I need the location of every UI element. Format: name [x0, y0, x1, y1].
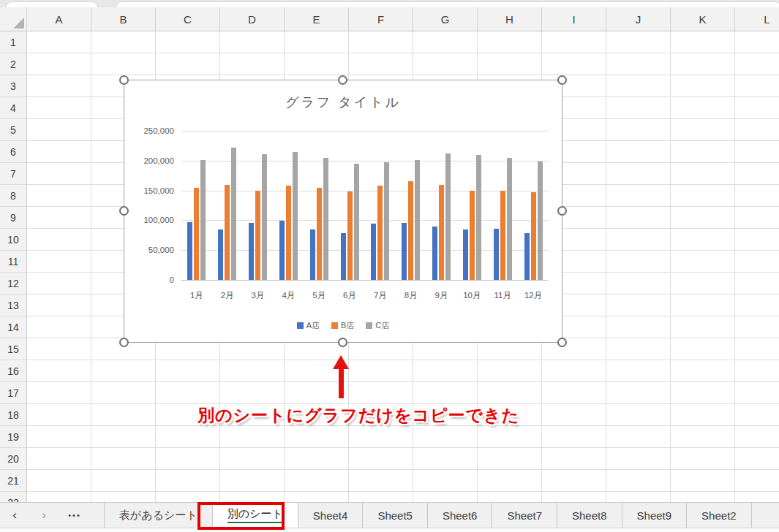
bar-group-4月 [273, 131, 304, 280]
bar-B店 [531, 192, 536, 280]
row-header-13[interactable]: 13 [0, 294, 26, 316]
legend-label: C店 [375, 320, 389, 331]
chart-legend: A店B店C店 [124, 320, 562, 331]
bar-A店 [249, 223, 254, 280]
sheet-tab-Sheet2[interactable]: Sheet2 [687, 503, 752, 528]
bar-B店 [225, 185, 230, 280]
row-header-9[interactable]: 9 [0, 207, 26, 229]
select-all-button[interactable] [0, 7, 27, 31]
resize-handle-top-center[interactable] [338, 75, 347, 85]
sheet-tab-別のシート[interactable]: 別のシート [213, 503, 298, 528]
bar-B店 [317, 188, 322, 280]
sheet-tab-Sheet6[interactable]: Sheet6 [428, 503, 493, 528]
x-tick-label: 5月 [304, 290, 334, 301]
select-all-triangle-icon [13, 18, 24, 28]
sheet-tabs: 表があるシート別のシートSheet4Sheet5Sheet6Sheet7Shee… [104, 503, 752, 528]
sheet-tab-Sheet7[interactable]: Sheet7 [492, 503, 557, 528]
sheet-tab-Sheet5[interactable]: Sheet5 [363, 503, 428, 528]
bar-C店 [445, 153, 451, 280]
column-header-A[interactable]: A [27, 7, 91, 31]
bar-B店 [500, 191, 505, 280]
bar-A店 [279, 221, 285, 280]
x-tick-label: 10月 [456, 290, 487, 301]
row-header-8[interactable]: 8 [0, 185, 26, 207]
next-sheet-button[interactable]: › [29, 503, 59, 528]
column-header-G[interactable]: G [413, 7, 478, 31]
bar-B店 [408, 181, 413, 280]
row-header-17[interactable]: 17 [0, 382, 26, 404]
row-header-15[interactable]: 15 [0, 338, 26, 360]
bar-A店 [432, 227, 437, 280]
more-sheets-button[interactable]: ••• [59, 503, 91, 528]
column-header-B[interactable]: B [91, 7, 156, 31]
sheet-tab-表があるシート[interactable]: 表があるシート [104, 503, 213, 528]
row-header-10[interactable]: 10 [0, 229, 26, 251]
column-header-J[interactable]: J [606, 7, 671, 31]
bar-C店 [293, 152, 298, 280]
column-header-E[interactable]: E [285, 7, 349, 31]
row-headers[interactable]: 12345678910111213141516171819202122 [0, 31, 27, 514]
x-tick-label: 4月 [273, 290, 304, 301]
resize-handle-top-left[interactable] [119, 75, 129, 85]
chart-object[interactable]: グラフ タイトル 250,000200,000150,000100,00050,… [124, 80, 562, 343]
resize-handle-top-right[interactable] [557, 75, 567, 85]
resize-handle-mid-right[interactable] [557, 206, 567, 216]
bar-A店 [494, 229, 499, 280]
bar-A店 [341, 233, 346, 280]
column-header-F[interactable]: F [349, 7, 413, 31]
bar-group-1月 [181, 131, 212, 280]
resize-handle-bottom-right[interactable] [557, 338, 567, 347]
bar-A店 [463, 229, 468, 280]
sheet-tab-label: Sheet7 [507, 509, 542, 522]
legend-item-C店: C店 [366, 320, 389, 331]
sheet-tab-label: Sheet9 [637, 509, 672, 522]
sheet-tab-label: 別のシート [227, 507, 283, 523]
row-header-14[interactable]: 14 [0, 316, 26, 338]
legend-item-B店: B店 [331, 320, 354, 331]
row-header-12[interactable]: 12 [0, 273, 26, 294]
row-header-7[interactable]: 7 [0, 163, 26, 185]
row-header-16[interactable]: 16 [0, 360, 26, 382]
bar-B店 [286, 186, 291, 280]
top-cutoff-strip [0, 0, 779, 7]
row-header-18[interactable]: 18 [0, 404, 26, 426]
resize-handle-mid-left[interactable] [119, 206, 129, 216]
bar-group-5月 [304, 131, 334, 280]
sheet-tab-Sheet4[interactable]: Sheet4 [298, 503, 364, 528]
column-header-D[interactable]: D [220, 7, 285, 31]
row-header-3[interactable]: 3 [0, 75, 26, 97]
bar-A店 [524, 233, 530, 280]
row-header-2[interactable]: 2 [0, 53, 26, 75]
resize-handle-bottom-center[interactable] [338, 338, 347, 347]
bar-C店 [262, 154, 267, 280]
x-tick-label: 3月 [243, 290, 274, 301]
row-header-20[interactable]: 20 [0, 448, 26, 470]
annotation-text: 別のシートにグラフだけをコピーできた [146, 404, 571, 427]
column-header-L[interactable]: L [735, 7, 779, 31]
chart-title[interactable]: グラフ タイトル [124, 94, 562, 111]
column-headers[interactable]: ABCDEFGHIJKL [27, 7, 779, 31]
sheet-tab-Sheet9[interactable]: Sheet9 [622, 503, 688, 528]
row-header-19[interactable]: 19 [0, 426, 26, 448]
bar-group-10月 [456, 131, 487, 280]
column-header-C[interactable]: C [156, 7, 220, 31]
row-header-5[interactable]: 5 [0, 119, 26, 141]
row-header-6[interactable]: 6 [0, 141, 26, 163]
sheet-tab-Sheet8[interactable]: Sheet8 [557, 503, 622, 528]
x-tick-label: 1月 [181, 290, 212, 301]
row-header-1[interactable]: 1 [0, 31, 26, 53]
bar-A店 [187, 222, 192, 280]
column-header-I[interactable]: I [542, 7, 606, 31]
bar-C店 [507, 158, 512, 280]
sheet-tab-bar: ‹ › ••• 表があるシート別のシートSheet4Sheet5Sheet6Sh… [0, 502, 779, 528]
resize-handle-bottom-left[interactable] [119, 338, 129, 347]
legend-swatch-icon [297, 322, 304, 329]
column-header-K[interactable]: K [671, 7, 735, 31]
legend-label: B店 [341, 320, 354, 331]
row-header-4[interactable]: 4 [0, 97, 26, 119]
column-header-H[interactable]: H [478, 7, 542, 31]
row-header-21[interactable]: 21 [0, 470, 26, 492]
prev-sheet-button[interactable]: ‹ [0, 503, 29, 528]
row-header-11[interactable]: 11 [0, 251, 26, 273]
chart-x-axis-line [181, 280, 549, 281]
